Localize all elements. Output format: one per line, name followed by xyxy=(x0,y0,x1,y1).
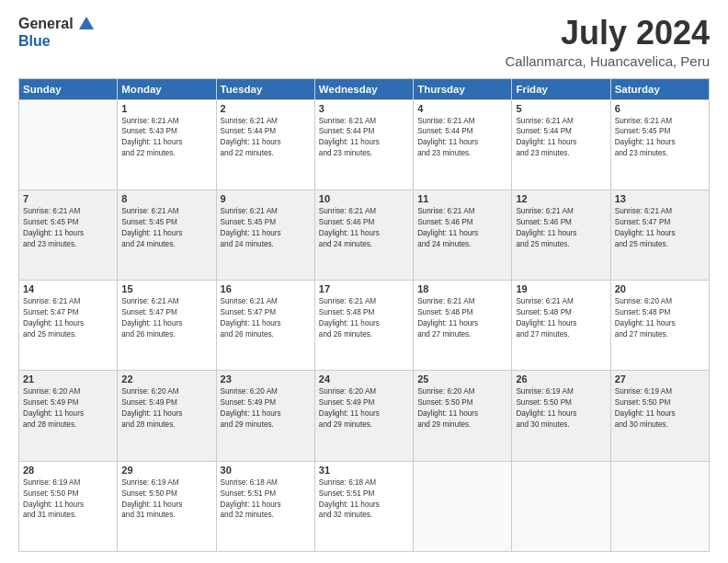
day-number: 21 xyxy=(23,373,113,385)
logo-general-text: General xyxy=(18,16,74,32)
calendar-cell: 6Sunrise: 6:21 AM Sunset: 5:45 PM Daylig… xyxy=(610,99,709,190)
calendar-cell: 26Sunrise: 6:19 AM Sunset: 5:50 PM Dayli… xyxy=(512,371,610,461)
calendar-cell: 9Sunrise: 6:21 AM Sunset: 5:45 PM Daylig… xyxy=(216,190,314,280)
day-number: 22 xyxy=(121,373,211,385)
weekday-header-sunday: Sunday xyxy=(19,78,118,99)
day-info: Sunrise: 6:21 AM Sunset: 5:45 PM Dayligh… xyxy=(121,206,211,250)
day-info: Sunrise: 6:20 AM Sunset: 5:48 PM Dayligh… xyxy=(615,296,705,340)
day-info: Sunrise: 6:21 AM Sunset: 5:47 PM Dayligh… xyxy=(615,206,705,250)
day-info: Sunrise: 6:19 AM Sunset: 5:50 PM Dayligh… xyxy=(615,386,705,431)
day-number: 16 xyxy=(221,283,311,294)
page: General Blue July 2024 Callanmarca, Huan… xyxy=(0,0,728,563)
weekday-header-monday: Monday xyxy=(118,78,216,99)
calendar-cell: 15Sunrise: 6:21 AM Sunset: 5:47 PM Dayli… xyxy=(118,281,216,371)
day-number: 28 xyxy=(23,465,113,476)
day-info: Sunrise: 6:21 AM Sunset: 5:48 PM Dayligh… xyxy=(417,296,507,340)
weekday-header-wednesday: Wednesday xyxy=(314,78,413,99)
calendar-cell: 30Sunrise: 6:18 AM Sunset: 5:51 PM Dayli… xyxy=(216,461,314,551)
day-info: Sunrise: 6:21 AM Sunset: 5:47 PM Dayligh… xyxy=(221,296,311,340)
calendar-cell: 20Sunrise: 6:20 AM Sunset: 5:48 PM Dayli… xyxy=(610,281,709,371)
day-number: 31 xyxy=(319,465,409,476)
calendar-cell xyxy=(19,99,118,190)
day-number: 26 xyxy=(516,373,606,385)
day-number: 14 xyxy=(23,283,113,294)
calendar-week-row: 1Sunrise: 6:21 AM Sunset: 5:43 PM Daylig… xyxy=(19,99,710,190)
calendar-cell: 29Sunrise: 6:19 AM Sunset: 5:50 PM Dayli… xyxy=(118,461,216,551)
day-info: Sunrise: 6:21 AM Sunset: 5:45 PM Dayligh… xyxy=(23,206,113,250)
calendar-cell: 4Sunrise: 6:21 AM Sunset: 5:44 PM Daylig… xyxy=(414,99,512,190)
day-info: Sunrise: 6:21 AM Sunset: 5:46 PM Dayligh… xyxy=(319,206,409,250)
day-info: Sunrise: 6:20 AM Sunset: 5:49 PM Dayligh… xyxy=(319,386,409,431)
weekday-header-thursday: Thursday xyxy=(414,78,512,99)
day-number: 8 xyxy=(121,193,211,204)
calendar-cell: 8Sunrise: 6:21 AM Sunset: 5:45 PM Daylig… xyxy=(118,190,216,280)
day-info: Sunrise: 6:21 AM Sunset: 5:44 PM Dayligh… xyxy=(221,116,311,160)
calendar-table: SundayMondayTuesdayWednesdayThursdayFrid… xyxy=(18,78,710,552)
logo-icon xyxy=(77,15,96,33)
day-number: 25 xyxy=(417,373,507,385)
calendar-week-row: 28Sunrise: 6:19 AM Sunset: 5:50 PM Dayli… xyxy=(19,461,710,551)
day-number: 23 xyxy=(221,373,311,385)
logo-blue-text: Blue xyxy=(18,33,51,50)
calendar-cell: 1Sunrise: 6:21 AM Sunset: 5:43 PM Daylig… xyxy=(118,99,216,190)
day-number: 5 xyxy=(516,103,606,114)
day-number: 2 xyxy=(221,103,311,114)
day-number: 17 xyxy=(319,283,409,294)
day-info: Sunrise: 6:19 AM Sunset: 5:50 PM Dayligh… xyxy=(23,477,113,522)
calendar-cell: 11Sunrise: 6:21 AM Sunset: 5:46 PM Dayli… xyxy=(414,190,512,280)
calendar-cell: 21Sunrise: 6:20 AM Sunset: 5:49 PM Dayli… xyxy=(19,371,118,461)
svg-marker-0 xyxy=(79,17,94,29)
day-info: Sunrise: 6:21 AM Sunset: 5:47 PM Dayligh… xyxy=(23,296,113,340)
day-number: 12 xyxy=(516,193,606,204)
day-number: 13 xyxy=(615,193,705,204)
calendar-cell: 12Sunrise: 6:21 AM Sunset: 5:46 PM Dayli… xyxy=(512,190,610,280)
day-info: Sunrise: 6:21 AM Sunset: 5:45 PM Dayligh… xyxy=(615,116,705,160)
day-number: 11 xyxy=(417,193,507,204)
day-info: Sunrise: 6:21 AM Sunset: 5:48 PM Dayligh… xyxy=(516,296,606,340)
day-info: Sunrise: 6:21 AM Sunset: 5:44 PM Dayligh… xyxy=(417,116,507,160)
calendar-cell: 2Sunrise: 6:21 AM Sunset: 5:44 PM Daylig… xyxy=(216,99,314,190)
day-number: 29 xyxy=(121,465,211,476)
weekday-header-tuesday: Tuesday xyxy=(216,78,314,99)
calendar-cell: 13Sunrise: 6:21 AM Sunset: 5:47 PM Dayli… xyxy=(610,190,709,280)
subtitle: Callanmarca, Huancavelica, Peru xyxy=(505,53,710,69)
day-info: Sunrise: 6:21 AM Sunset: 5:44 PM Dayligh… xyxy=(319,116,409,160)
day-number: 24 xyxy=(319,373,409,385)
day-number: 10 xyxy=(319,193,409,204)
day-info: Sunrise: 6:18 AM Sunset: 5:51 PM Dayligh… xyxy=(221,477,311,522)
logo: General Blue xyxy=(18,15,96,50)
day-number: 9 xyxy=(221,193,311,204)
day-info: Sunrise: 6:21 AM Sunset: 5:46 PM Dayligh… xyxy=(516,206,606,250)
calendar-cell: 16Sunrise: 6:21 AM Sunset: 5:47 PM Dayli… xyxy=(216,281,314,371)
day-number: 20 xyxy=(615,283,705,294)
calendar-cell: 23Sunrise: 6:20 AM Sunset: 5:49 PM Dayli… xyxy=(216,371,314,461)
calendar-week-row: 21Sunrise: 6:20 AM Sunset: 5:49 PM Dayli… xyxy=(19,371,710,461)
day-number: 7 xyxy=(23,193,113,204)
day-number: 19 xyxy=(516,283,606,294)
day-info: Sunrise: 6:21 AM Sunset: 5:48 PM Dayligh… xyxy=(319,296,409,340)
day-info: Sunrise: 6:21 AM Sunset: 5:46 PM Dayligh… xyxy=(417,206,507,250)
calendar-cell: 24Sunrise: 6:20 AM Sunset: 5:49 PM Dayli… xyxy=(314,371,413,461)
weekday-header-friday: Friday xyxy=(512,78,610,99)
day-info: Sunrise: 6:21 AM Sunset: 5:45 PM Dayligh… xyxy=(221,206,311,250)
calendar-week-row: 7Sunrise: 6:21 AM Sunset: 5:45 PM Daylig… xyxy=(19,190,710,280)
calendar-header-row: SundayMondayTuesdayWednesdayThursdayFrid… xyxy=(19,78,710,99)
calendar-cell: 22Sunrise: 6:20 AM Sunset: 5:49 PM Dayli… xyxy=(118,371,216,461)
day-number: 18 xyxy=(417,283,507,294)
day-info: Sunrise: 6:20 AM Sunset: 5:49 PM Dayligh… xyxy=(23,386,113,431)
calendar-cell: 17Sunrise: 6:21 AM Sunset: 5:48 PM Dayli… xyxy=(314,281,413,371)
calendar-cell: 3Sunrise: 6:21 AM Sunset: 5:44 PM Daylig… xyxy=(314,99,413,190)
day-info: Sunrise: 6:19 AM Sunset: 5:50 PM Dayligh… xyxy=(516,386,606,431)
calendar-cell: 28Sunrise: 6:19 AM Sunset: 5:50 PM Dayli… xyxy=(19,461,118,551)
day-info: Sunrise: 6:21 AM Sunset: 5:47 PM Dayligh… xyxy=(121,296,211,340)
header: General Blue July 2024 Callanmarca, Huan… xyxy=(18,15,710,69)
day-number: 6 xyxy=(615,103,705,114)
calendar-week-row: 14Sunrise: 6:21 AM Sunset: 5:47 PM Dayli… xyxy=(19,281,710,371)
calendar-cell: 19Sunrise: 6:21 AM Sunset: 5:48 PM Dayli… xyxy=(512,281,610,371)
calendar-cell xyxy=(414,461,512,551)
main-title: July 2024 xyxy=(505,15,710,52)
calendar-cell: 5Sunrise: 6:21 AM Sunset: 5:44 PM Daylig… xyxy=(512,99,610,190)
calendar-cell: 27Sunrise: 6:19 AM Sunset: 5:50 PM Dayli… xyxy=(610,371,709,461)
day-number: 3 xyxy=(319,103,409,114)
day-number: 30 xyxy=(221,465,311,476)
